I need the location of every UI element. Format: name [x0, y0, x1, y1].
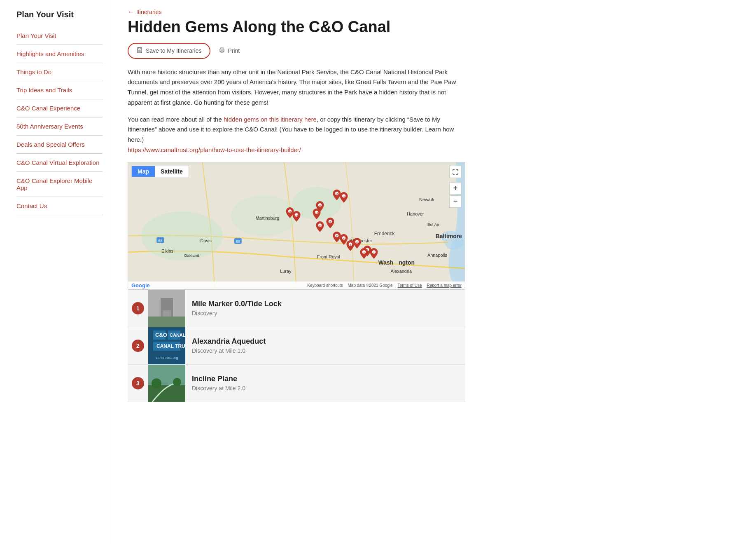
save-button[interactable]: Save to My Itineraries [130, 45, 208, 57]
svg-text:Alexandria: Alexandria [391, 269, 412, 274]
sidebar-item-app[interactable]: C&O Canal Explorer Mobile App [16, 172, 103, 197]
description-paragraph-1: With more historic structures than any o… [128, 67, 465, 108]
hidden-gems-link[interactable]: hidden gems on this itinerary here [224, 116, 317, 123]
sidebar-item-co-canal[interactable]: C&O Canal Experience [16, 99, 103, 117]
save-icon [137, 47, 143, 55]
svg-text:Elkins: Elkins [161, 248, 174, 253]
svg-point-6 [223, 49, 224, 50]
print-icon [219, 47, 225, 55]
map-zoom-out-button[interactable]: − [449, 195, 462, 208]
itinerary-item-2[interactable]: 2 C&O CANAL CANAL TRUST canaltrust.org [128, 327, 465, 365]
svg-text:Hanover: Hanover [407, 211, 424, 216]
item-thumb-1 [148, 290, 185, 327]
map-terms-link[interactable]: Terms of Use [398, 283, 422, 288]
svg-rect-63 [163, 310, 171, 317]
item-number-3: 3 [128, 365, 148, 402]
svg-text:Bel Air: Bel Air [427, 222, 439, 227]
item-info-1: Mile Marker 0.0/Tide Lock Discovery [185, 290, 465, 327]
svg-text:Front Royal: Front Royal [317, 254, 340, 259]
svg-text:Newark: Newark [419, 197, 435, 202]
item-subtitle-1: Discovery [192, 310, 459, 317]
svg-text:Luray: Luray [280, 269, 292, 274]
description-paragraph-2: You can read more about all of the hidde… [128, 115, 465, 155]
sidebar-item-highlights[interactable]: Highlights and Amenities [16, 45, 103, 63]
save-button-label: Save to My Itineraries [146, 47, 201, 54]
page-title: Hidden Gems Along the C&O Canal [128, 18, 465, 36]
svg-rect-5 [221, 51, 223, 52]
breadcrumb-label: Itineraries [136, 9, 161, 15]
sidebar-nav: Plan Your Visit Highlights and Amenities… [16, 27, 103, 215]
svg-text:68: 68 [236, 239, 240, 243]
item-title-1: Mile Marker 0.0/Tide Lock [192, 300, 459, 308]
svg-point-78 [173, 378, 181, 386]
item-title-3: Incline Plane [192, 375, 459, 383]
breadcrumb[interactable]: ← Itineraries [128, 8, 465, 16]
item-title-2: Alexandria Aqueduct [192, 337, 459, 346]
svg-text:Frederick: Frederick [374, 231, 395, 237]
item-info-2: Alexandria Aqueduct Discovery at Mile 1.… [185, 327, 465, 364]
svg-rect-1 [139, 47, 140, 49]
sidebar: Plan Your Visit Plan Your Visit Highligh… [0, 0, 111, 544]
item-subtitle-2: Discovery at Mile 1.0 [192, 347, 459, 354]
svg-text:Baltimore: Baltimore [436, 232, 462, 239]
map-type-map[interactable]: Map [132, 166, 155, 177]
sidebar-item-contact[interactable]: Contact Us [16, 197, 103, 215]
sidebar-item-trip-ideas[interactable]: Trip Ideas and Trails [16, 81, 103, 99]
item-badge-2: 2 [132, 340, 144, 352]
sidebar-title: Plan Your Visit [16, 10, 103, 19]
map-expand-button[interactable] [449, 166, 462, 178]
item-badge-1: 1 [132, 302, 144, 314]
svg-text:Winchester: Winchester [350, 238, 372, 243]
svg-point-10 [292, 187, 341, 219]
sidebar-item-things-to-do[interactable]: Things to Do [16, 63, 103, 81]
item-info-3: Incline Plane Discovery at Mile 2.0 [185, 365, 465, 402]
svg-rect-64 [148, 317, 185, 327]
map-container[interactable]: Map Satellite Fred [128, 162, 465, 290]
back-arrow-icon: ← [128, 8, 134, 16]
sidebar-item-plan-your-visit[interactable]: Plan Your Visit [16, 27, 103, 45]
save-button-wrapper: Save to My Itineraries [128, 43, 210, 59]
svg-text:Oakland: Oakland [184, 253, 199, 257]
svg-text:68: 68 [158, 238, 162, 242]
item-subtitle-3: Discovery at Mile 2.0 [192, 385, 459, 392]
sidebar-item-virtual[interactable]: C&O Canal Virtual Exploration [16, 154, 103, 172]
map-zoom-in-button[interactable]: + [449, 182, 462, 195]
map-type-buttons: Map Satellite [131, 166, 189, 177]
itinerary-builder-link[interactable]: https://www.canaltrust.org/plan/how-to-u… [128, 146, 301, 153]
map-footer: Google Keyboard shortcuts Map data ©2021… [128, 281, 465, 289]
itinerary-item-1[interactable]: 1 Mile Marker 0.0/Tide Lock Discovery [128, 290, 465, 327]
svg-text:C&O: C&O [155, 332, 167, 338]
map-controls: + − [449, 166, 462, 208]
main-content: ← Itineraries Hidden Gems Along the C&O … [111, 0, 482, 544]
svg-text:Wash: Wash [378, 259, 394, 266]
action-bar: Save to My Itineraries Print [128, 43, 465, 59]
item-thumb-3 [148, 365, 185, 402]
sidebar-item-deals[interactable]: Deals and Special Offers [16, 136, 103, 154]
map-type-satellite[interactable]: Satellite [155, 166, 189, 177]
print-button[interactable]: Print [219, 47, 240, 55]
item-badge-3: 3 [132, 377, 144, 389]
sidebar-item-anniversary[interactable]: 50th Anniversary Events [16, 117, 103, 136]
itinerary-item-3[interactable]: 3 Incline Plane Di [128, 365, 465, 402]
svg-text:canaltrust.org: canaltrust.org [156, 356, 178, 360]
svg-text:CANAL: CANAL [170, 333, 185, 338]
svg-text:Annapolis: Annapolis [427, 252, 447, 257]
svg-point-8 [141, 211, 223, 260]
svg-text:Davis: Davis [201, 238, 212, 243]
svg-text:ngton: ngton [399, 259, 415, 266]
google-logo: Google [131, 282, 150, 288]
itinerary-list: 1 Mile Marker 0.0/Tide Lock Discovery [128, 290, 465, 402]
svg-point-77 [152, 378, 161, 388]
item-number-2: 2 [128, 327, 148, 364]
print-button-label: Print [228, 47, 240, 54]
map-error-link[interactable]: Report a map error [427, 283, 462, 288]
item-thumb-2: C&O CANAL CANAL TRUST canaltrust.org [148, 327, 185, 364]
map-keyboard-shortcuts[interactable]: Keyboard shortcuts [307, 283, 343, 288]
svg-text:Martinsburg: Martinsburg [256, 216, 280, 220]
map-data-attribution: Map data ©2021 Google [348, 283, 392, 288]
item-number-1: 1 [128, 290, 148, 327]
svg-text:CANAL TRUST: CANAL TRUST [156, 343, 185, 349]
